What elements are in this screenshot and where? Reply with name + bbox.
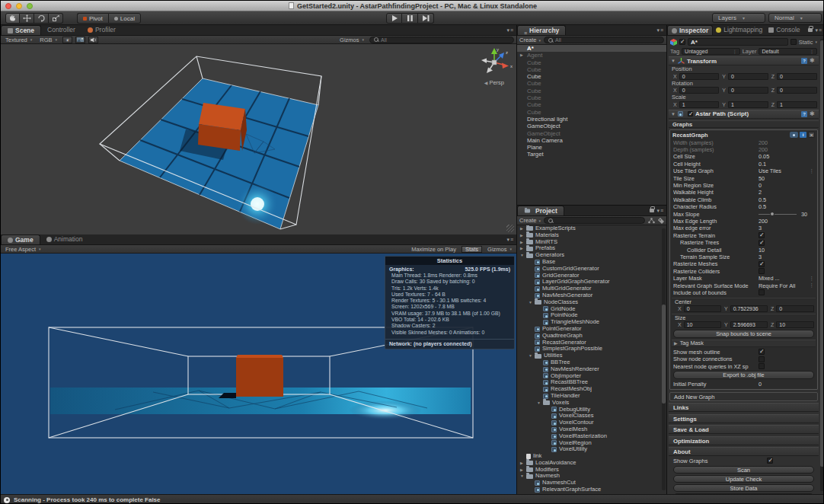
section-header-links[interactable]: Links	[669, 403, 819, 412]
hierarchy-item[interactable]: GameObject	[517, 130, 666, 137]
foldout-bar[interactable]: ▶Tag Mask	[672, 340, 816, 347]
eye-icon[interactable]	[790, 132, 798, 138]
panel-menu-icon[interactable]: ▾≡	[506, 27, 514, 33]
play-button[interactable]	[386, 13, 402, 24]
pause-button[interactable]	[402, 13, 418, 24]
setting-value[interactable]: 200	[759, 218, 768, 225]
project-item[interactable]: ObjImporter	[517, 373, 666, 380]
hierarchy-item[interactable]: Target	[517, 151, 666, 158]
project-item[interactable]: ▼Voxels	[517, 400, 666, 407]
setting-checkbox[interactable]: ✓	[759, 240, 765, 246]
chevron-down-icon[interactable]: ▾	[815, 40, 817, 44]
help-doc-icon[interactable]: ?	[801, 58, 807, 64]
maximize-on-play-toggle[interactable]: Maximize on Play	[409, 246, 458, 253]
transform-component-header[interactable]: ▼ Transform ? ✱	[669, 56, 819, 65]
project-item[interactable]: RecastMeshObj	[517, 386, 666, 393]
section-header-settings[interactable]: Settings	[669, 414, 819, 423]
project-item[interactable]: TriangleMeshNode	[517, 319, 666, 326]
layout-dropdown[interactable]: Normal▾	[768, 13, 822, 23]
setting-checkbox[interactable]: ✓	[759, 232, 765, 238]
astar-component-header[interactable]: ▼ ✓ Astar Path (Script) ? ✱	[669, 110, 819, 119]
setting-value[interactable]: 10	[759, 247, 765, 254]
panel-menu-icon[interactable]: ▾≡	[815, 27, 822, 33]
tab-lightmapping[interactable]: Lightmapping	[713, 25, 765, 35]
hierarchy-item[interactable]: Cube	[517, 101, 666, 108]
title-bar[interactable]: GetStarted2.unity - AstarPathfindingProj…	[1, 1, 824, 11]
settings-row[interactable]: Include out of bounds	[672, 289, 816, 296]
stats-toggle[interactable]: Stats	[462, 246, 482, 253]
vector-field[interactable]: 0	[728, 73, 768, 80]
settings-row[interactable]: Nearest node queries in XZ sp	[672, 362, 816, 369]
project-item[interactable]: VoxelRasterization	[517, 433, 666, 440]
setting-checkbox[interactable]: ✓	[759, 261, 765, 267]
settings-button[interactable]: Export to .obj file	[673, 371, 814, 379]
project-item[interactable]: ▼Utilities	[517, 352, 666, 359]
gameobject-name-field[interactable]: A*	[688, 38, 788, 46]
hierarchy-item[interactable]: Cube	[517, 66, 666, 73]
skybox-toggle[interactable]	[75, 37, 85, 43]
settings-row[interactable]: Max edge error3	[672, 225, 816, 231]
setting-value[interactable]: 200	[759, 139, 768, 146]
tab-console[interactable]: Console	[765, 25, 803, 35]
settings-row[interactable]: Max Slope30	[672, 210, 816, 217]
vector-field[interactable]: 0	[776, 305, 814, 312]
settings-row[interactable]: Tile Size50	[672, 174, 816, 181]
recastgraph-header[interactable]: RecastGraph i ×	[672, 131, 816, 139]
settings-row[interactable]: Character Radius0.5	[672, 203, 816, 210]
local-toggle-button[interactable]: Local	[108, 13, 141, 24]
gear-icon[interactable]: ✱	[810, 111, 816, 117]
scene-viewport[interactable]: y z x ◀Persp	[1, 44, 516, 234]
settings-row[interactable]: Cell Height0.1	[672, 161, 816, 167]
popup-icon[interactable]: ⋮	[810, 282, 815, 289]
project-item[interactable]: SimplestGraphPossible	[517, 346, 666, 352]
settings-row[interactable]: Relevant Graph Surface ModeRequire For A…	[672, 282, 816, 289]
hierarchy-item[interactable]: Cube	[517, 73, 666, 80]
scrollbar-thumb[interactable]	[820, 40, 824, 467]
section-header-optimization[interactable]: Optimization	[669, 436, 819, 445]
project-item[interactable]: NavMeshGenerator	[517, 292, 666, 299]
tab-hierarchy[interactable]: ≡Hierarchy	[517, 25, 566, 35]
settings-row[interactable]: Rasterize Trees✓	[672, 239, 816, 246]
active-checkbox[interactable]: ✓	[679, 39, 685, 45]
tag-dropdown[interactable]: Untagged⋮	[682, 48, 740, 55]
setting-value[interactable]: 0.5	[759, 196, 766, 203]
foldout-open-icon[interactable]: ▼	[671, 59, 675, 63]
panel-menu-icon[interactable]: ▾≡	[656, 208, 664, 214]
aspect-dropdown[interactable]: Free Aspect▾	[3, 246, 43, 253]
hierarchy-item[interactable]: Plane	[517, 144, 666, 151]
tab-scene[interactable]: Scene	[1, 25, 41, 35]
panel-menu-icon[interactable]: ▾≡	[656, 27, 664, 33]
panel-menu-icon[interactable]: ▾≡	[506, 237, 514, 243]
static-checkbox[interactable]	[790, 39, 797, 45]
settings-row[interactable]: Width (samples)200	[672, 139, 816, 146]
project-item[interactable]: RelevantGraphSurface	[517, 486, 666, 493]
tab-project[interactable]: Project	[517, 206, 564, 215]
section-header-save-load[interactable]: Save & Load	[669, 425, 819, 434]
setting-checkbox[interactable]	[759, 363, 765, 369]
project-scrollbar[interactable]	[662, 228, 666, 490]
lighting-toggle[interactable]: ☀	[62, 37, 72, 43]
vector-field[interactable]: 0	[684, 305, 721, 312]
settings-row[interactable]: Show mesh outline✓	[672, 349, 816, 356]
hierarchy-search-input[interactable]: All	[544, 37, 664, 43]
project-item[interactable]: ▼NodeClasses	[517, 299, 666, 306]
project-item[interactable]: GridNode	[517, 306, 666, 313]
settings-button[interactable]: Snap bounds to scene	[673, 330, 814, 338]
nav-cube[interactable]	[198, 103, 247, 151]
hierarchy-create-dropdown[interactable]: Create▾	[519, 37, 541, 43]
vector-field[interactable]: 10	[684, 321, 721, 328]
tab-controller[interactable]: Controller	[41, 25, 81, 35]
audio-toggle[interactable]	[88, 37, 98, 43]
project-item[interactable]: ▼Navmesh	[517, 473, 666, 480]
hierarchy-item[interactable]: A*	[517, 45, 666, 52]
scene-canvas[interactable]: y z x	[1, 44, 516, 234]
slider-knob[interactable]	[770, 212, 774, 216]
settings-row[interactable]: Rasterize Colliders	[672, 268, 816, 275]
popup-icon[interactable]: ⋮	[810, 168, 815, 174]
settings-row[interactable]: Show node connections	[672, 356, 816, 362]
project-search-input[interactable]	[544, 217, 645, 224]
settings-row[interactable]: Min Region Size0	[672, 182, 816, 189]
update-check-button[interactable]: Update Check	[673, 475, 814, 483]
settings-row[interactable]: Layer MaskMixed ...⋮	[672, 275, 816, 282]
layers-dropdown[interactable]: Layers▾	[712, 13, 765, 23]
